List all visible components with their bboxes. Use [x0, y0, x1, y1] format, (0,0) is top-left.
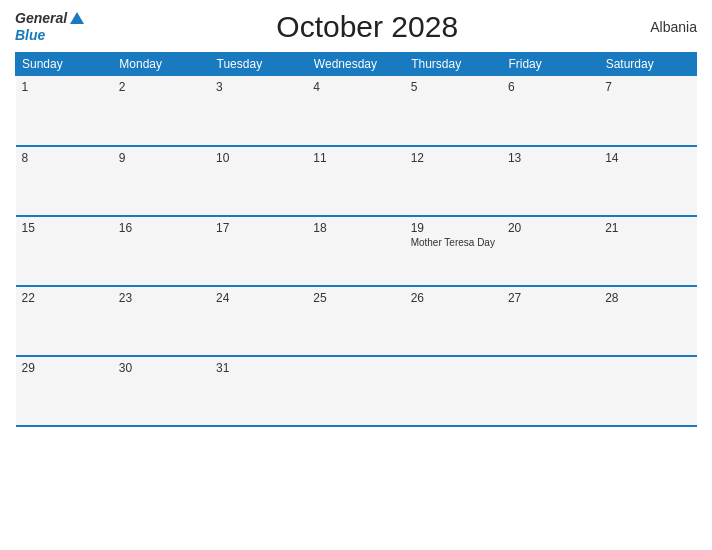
table-row: 26 — [405, 286, 502, 356]
header-friday: Friday — [502, 53, 599, 76]
table-row: 27 — [502, 286, 599, 356]
table-row — [502, 356, 599, 426]
day-number: 2 — [119, 80, 126, 94]
logo: General Blue — [15, 10, 84, 44]
table-row: 13 — [502, 146, 599, 216]
table-row: 24 — [210, 286, 307, 356]
day-number: 11 — [313, 151, 326, 165]
day-number: 12 — [411, 151, 424, 165]
day-number: 4 — [313, 80, 320, 94]
day-number: 21 — [605, 221, 618, 235]
day-number: 1 — [22, 80, 29, 94]
table-row: 3 — [210, 76, 307, 146]
header-sunday: Sunday — [16, 53, 113, 76]
calendar-table: Sunday Monday Tuesday Wednesday Thursday… — [15, 52, 697, 427]
table-row: 30 — [113, 356, 210, 426]
day-number: 5 — [411, 80, 418, 94]
day-number: 13 — [508, 151, 521, 165]
table-row: 22 — [16, 286, 113, 356]
logo-triangle-icon — [70, 12, 84, 24]
day-number: 20 — [508, 221, 521, 235]
table-row: 7 — [599, 76, 696, 146]
table-row: 8 — [16, 146, 113, 216]
day-number: 3 — [216, 80, 223, 94]
header-tuesday: Tuesday — [210, 53, 307, 76]
table-row: 25 — [307, 286, 404, 356]
day-number: 19 — [411, 221, 424, 235]
calendar-week-row: 1516171819Mother Teresa Day2021 — [16, 216, 697, 286]
day-number: 22 — [22, 291, 35, 305]
day-number: 26 — [411, 291, 424, 305]
table-row: 31 — [210, 356, 307, 426]
day-number: 8 — [22, 151, 29, 165]
event-label: Mother Teresa Day — [411, 237, 496, 248]
table-row: 4 — [307, 76, 404, 146]
country-label: Albania — [650, 19, 697, 35]
day-number: 28 — [605, 291, 618, 305]
table-row: 10 — [210, 146, 307, 216]
day-number: 29 — [22, 361, 35, 375]
day-number: 14 — [605, 151, 618, 165]
table-row — [599, 356, 696, 426]
table-row — [405, 356, 502, 426]
header-wednesday: Wednesday — [307, 53, 404, 76]
day-number: 7 — [605, 80, 612, 94]
month-title: October 2028 — [276, 10, 458, 44]
table-row: 28 — [599, 286, 696, 356]
day-number: 23 — [119, 291, 132, 305]
day-number: 24 — [216, 291, 229, 305]
table-row: 5 — [405, 76, 502, 146]
table-row: 17 — [210, 216, 307, 286]
calendar-header: General Blue October 2028 Albania — [15, 10, 697, 44]
table-row: 6 — [502, 76, 599, 146]
day-number: 30 — [119, 361, 132, 375]
table-row: 21 — [599, 216, 696, 286]
day-number: 10 — [216, 151, 229, 165]
calendar-week-row: 1234567 — [16, 76, 697, 146]
table-row: 18 — [307, 216, 404, 286]
day-number: 27 — [508, 291, 521, 305]
calendar-container: General Blue October 2028 Albania Sunday… — [0, 0, 712, 550]
weekday-header-row: Sunday Monday Tuesday Wednesday Thursday… — [16, 53, 697, 76]
day-number: 9 — [119, 151, 126, 165]
day-number: 31 — [216, 361, 229, 375]
logo-blue-text: Blue — [15, 27, 45, 44]
table-row: 16 — [113, 216, 210, 286]
day-number: 6 — [508, 80, 515, 94]
header-monday: Monday — [113, 53, 210, 76]
calendar-week-row: 293031 — [16, 356, 697, 426]
header-thursday: Thursday — [405, 53, 502, 76]
day-number: 16 — [119, 221, 132, 235]
table-row: 19Mother Teresa Day — [405, 216, 502, 286]
table-row: 14 — [599, 146, 696, 216]
table-row: 1 — [16, 76, 113, 146]
table-row — [307, 356, 404, 426]
table-row: 12 — [405, 146, 502, 216]
table-row: 23 — [113, 286, 210, 356]
table-row: 11 — [307, 146, 404, 216]
table-row: 15 — [16, 216, 113, 286]
logo-general-text: General — [15, 10, 67, 27]
day-number: 18 — [313, 221, 326, 235]
day-number: 25 — [313, 291, 326, 305]
day-number: 15 — [22, 221, 35, 235]
day-number: 17 — [216, 221, 229, 235]
table-row: 2 — [113, 76, 210, 146]
header-saturday: Saturday — [599, 53, 696, 76]
calendar-week-row: 891011121314 — [16, 146, 697, 216]
table-row: 20 — [502, 216, 599, 286]
table-row: 29 — [16, 356, 113, 426]
calendar-week-row: 22232425262728 — [16, 286, 697, 356]
table-row: 9 — [113, 146, 210, 216]
